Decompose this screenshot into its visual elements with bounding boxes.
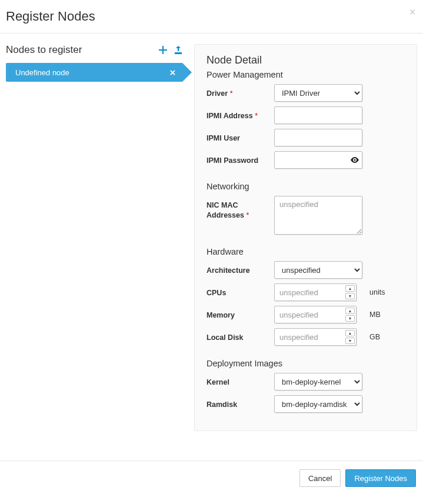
chevron-down-icon[interactable]: ▼ [345,338,355,344]
memory-suffix: MB [357,306,381,319]
section-title-power: Power Management [206,70,405,79]
nodes-list-actions [159,46,182,54]
modal-body: Nodes to register Undefined node Node De… [0,34,423,443]
add-node-icon[interactable] [159,46,167,54]
cpus-suffix: units [357,283,385,296]
cpus-input[interactable] [274,283,357,301]
section-deployment: Deployment Images Kernel bm-deploy-kerne… [206,359,405,415]
label-architecture: Architecture [206,261,274,276]
nodes-list-header: Nodes to register [6,44,182,56]
ipmi-address-input[interactable] [274,106,362,124]
modal-footer: Cancel Register Nodes [0,460,423,495]
nodes-list-title: Nodes to register [6,44,82,56]
label-ipmi-address: IPMI Address * [206,106,274,121]
modal-title: Register Nodes [6,9,414,24]
chevron-up-icon[interactable]: ▲ [345,285,355,292]
ramdisk-select[interactable]: bm-deploy-ramdisk [274,395,362,413]
label-kernel: Kernel [206,373,274,388]
close-icon[interactable]: × [409,6,416,18]
node-detail-title: Node Detail [206,54,405,66]
memory-spinner: ▲ ▼ [345,308,355,322]
ipmi-user-input[interactable] [274,129,362,146]
label-cpus: CPUs [206,283,274,298]
local-disk-input[interactable] [274,328,357,346]
cancel-button[interactable]: Cancel [299,469,341,487]
chevron-down-icon[interactable]: ▼ [345,293,355,299]
svg-point-0 [354,159,356,161]
memory-input[interactable] [274,306,357,323]
section-title-deployment: Deployment Images [206,359,405,368]
nodes-list-panel: Nodes to register Undefined node [6,44,182,82]
node-detail-panel: Node Detail Power Management Driver * IP… [194,44,417,431]
label-driver: Driver * [206,84,274,99]
section-networking: Networking NIC MAC Addresses * [206,182,405,236]
cpus-spinner: ▲ ▼ [345,285,355,299]
driver-select[interactable]: IPMI Driver [274,84,362,102]
section-title-networking: Networking [206,182,405,191]
label-ramdisk: Ramdisk [206,395,274,410]
section-hardware: Hardware Architecture unspecified CPUs ▲… [206,247,405,348]
label-nic-mac: NIC MAC Addresses * [206,196,274,221]
local-disk-suffix: GB [357,328,380,341]
upload-icon[interactable] [174,46,182,54]
kernel-select[interactable]: bm-deploy-kernel [274,373,362,390]
section-title-hardware: Hardware [206,247,405,256]
label-memory: Memory [206,306,274,321]
chevron-down-icon[interactable]: ▼ [345,315,355,322]
nic-mac-textarea[interactable] [274,196,362,235]
ipmi-password-input[interactable] [274,151,362,169]
section-power-management: Power Management Driver * IPMI Driver IP… [206,70,405,171]
chevron-up-icon[interactable]: ▲ [345,308,355,314]
remove-node-icon[interactable] [170,70,175,75]
local-disk-spinner: ▲ ▼ [345,330,355,344]
label-ipmi-password: IPMI Password [206,151,274,166]
modal-header: Register Nodes × [0,0,423,34]
eye-icon[interactable] [351,157,359,163]
label-ipmi-user: IPMI User [206,129,274,143]
label-local-disk: Local Disk [206,328,274,343]
node-list-item-label: Undefined node [15,68,69,77]
architecture-select[interactable]: unspecified [274,261,362,279]
node-list-item[interactable]: Undefined node [6,63,182,82]
chevron-up-icon[interactable]: ▲ [345,330,355,336]
register-nodes-button[interactable]: Register Nodes [345,469,416,487]
